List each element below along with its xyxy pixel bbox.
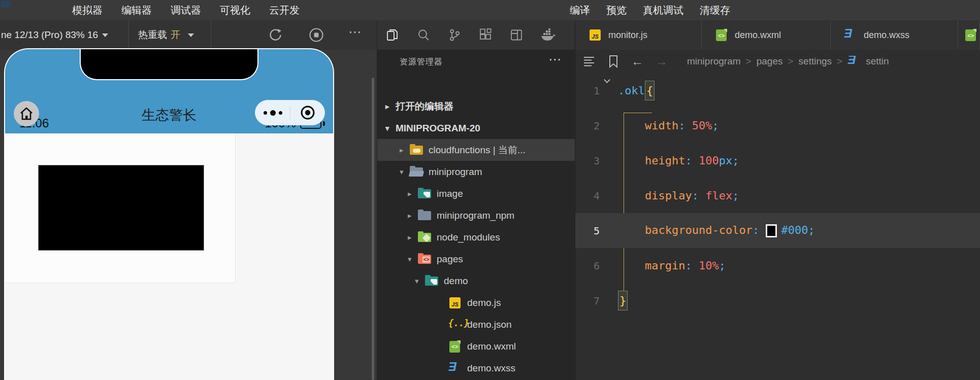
menu-cloud-dev[interactable]: 云开发	[269, 4, 300, 17]
explorer-header: 资源管理器 ⋯	[377, 50, 575, 74]
folder-cloud-icon	[410, 145, 423, 156]
menu-compile[interactable]: 编译	[570, 4, 590, 17]
code-line-1[interactable]: 1.okl{	[575, 73, 980, 108]
files-icon[interactable]	[385, 28, 400, 42]
tree-item-cloudfunctions-...[interactable]: ▸cloudfunctions | 当前...	[377, 139, 575, 161]
tree-item-node_modules[interactable]: ▸node_modules	[377, 226, 575, 248]
tree-item-label: cloudfunctions | 当前...	[429, 144, 526, 157]
token-pun: :	[692, 189, 699, 202]
hot-reload-state: 开	[171, 28, 180, 42]
menu-debugger[interactable]: 调试器	[171, 4, 201, 17]
tree-item-miniprogram-20[interactable]: ▾MINIPROGRAM-20	[377, 117, 575, 139]
menu-right-group: 编译 预览 真机调试 清缓存	[570, 0, 730, 20]
token-pun: :	[753, 224, 759, 236]
hot-reload-toggle[interactable]: 热重载 开	[138, 20, 194, 50]
bookmark-icon[interactable]	[608, 55, 619, 68]
token-num: 100	[699, 154, 719, 167]
tree-item-demo[interactable]: ▾demo	[377, 270, 575, 292]
chevron-down-icon: ▾	[400, 167, 410, 177]
code-line-5[interactable]: 5 background-color: #000;	[575, 213, 980, 248]
tab-monitor.js[interactable]: JSmonitor.js	[575, 20, 702, 50]
token-num: 50%	[692, 119, 712, 132]
tree-item-label: demo.wxml	[467, 341, 516, 352]
tree-item-demo.js[interactable]: JSdemo.js	[377, 292, 575, 314]
source-control-icon[interactable]	[447, 28, 462, 42]
tab-partial[interactable]: <>	[958, 20, 980, 50]
fold-chevron-icon[interactable]	[604, 77, 610, 83]
tree-item-pages[interactable]: ▾<>pages	[377, 248, 575, 270]
breadcrumb: miniprogram>pages>settings>Ǝsettin	[687, 56, 889, 67]
tree-item-image[interactable]: ▸image	[377, 183, 575, 204]
explorer-more-icon[interactable]: ⋯	[548, 52, 563, 67]
line-number: 1	[575, 85, 600, 97]
tree-item-demo.wxml[interactable]: <>demo.wxml	[377, 335, 575, 357]
token-pun: ;	[732, 189, 739, 202]
token-ws	[759, 224, 766, 236]
line-number: 4	[575, 190, 600, 202]
wxss-file-icon: Ǝ	[847, 56, 861, 67]
tab-label: demo.wxml	[735, 30, 781, 41]
menu-visualize[interactable]: 可视化	[220, 4, 250, 17]
close-minimize-button[interactable]	[290, 105, 324, 121]
line-number: 6	[575, 260, 600, 272]
code-line-2[interactable]: 2 width: 50%;	[575, 108, 980, 143]
breadcrumb-item[interactable]: pages	[757, 56, 783, 67]
js-badge-icon: JS	[589, 29, 602, 41]
wxss-file-icon: Ǝ	[844, 29, 858, 41]
token-ws	[618, 189, 645, 202]
code-line-6[interactable]: 6 margin: 10%;	[575, 248, 980, 283]
navigate-back-icon[interactable]: ←	[631, 55, 643, 67]
tab-demo.wxml[interactable]: <>demo.wxml	[702, 20, 831, 50]
breadcrumb-file[interactable]: settin	[866, 56, 889, 67]
tree-item-miniprogram_npm[interactable]: ▸miniprogram_npm	[377, 204, 575, 226]
token-ws	[685, 119, 692, 132]
scrollbar[interactable]	[372, 78, 374, 380]
token-pun: :	[685, 259, 692, 272]
device-selector[interactable]: ne 12/13 (Pro) 83% 16	[0, 20, 108, 50]
code-line-4[interactable]: 4 display: flex;	[575, 178, 980, 213]
token-prop: margin	[645, 259, 685, 272]
tab-demo.wxss[interactable]: Ǝdemo.wxss	[831, 20, 958, 50]
more-options-icon[interactable]: ⋯	[348, 24, 363, 40]
code-editor[interactable]: 1.okl{2 width: 50%;3 height: 100px;4 dis…	[575, 73, 980, 380]
token-pun: :	[685, 154, 692, 167]
code-text: height: 100px;	[618, 154, 739, 167]
code-line-3[interactable]: 3 height: 100px;	[575, 143, 980, 178]
menu-simulator[interactable]: 模拟器	[72, 4, 103, 17]
navigate-forward-icon[interactable]: →	[656, 55, 668, 67]
extensions-icon[interactable]	[478, 28, 493, 42]
line-number: 2	[575, 120, 600, 132]
breadcrumb-item[interactable]: settings	[799, 56, 832, 67]
tree-item-label: node_modules	[437, 232, 500, 243]
menu-remote-debug[interactable]: 真机调试	[643, 4, 683, 17]
tree-item-miniprogram[interactable]: ▾miniprogram	[377, 161, 575, 183]
search-icon[interactable]	[416, 28, 431, 42]
color-swatch[interactable]	[766, 224, 777, 237]
tree-item--[interactable]: ▸打开的编辑器	[377, 95, 575, 117]
menu-preview[interactable]: 预览	[606, 4, 627, 17]
phone-notch	[80, 48, 258, 80]
refresh-icon[interactable]	[268, 27, 283, 43]
folder-image-icon	[418, 188, 432, 199]
token-ws	[699, 189, 705, 202]
more-menu-button[interactable]	[255, 110, 290, 116]
json-braces-icon: {..}	[448, 319, 462, 330]
menu-editor[interactable]: 编辑器	[121, 4, 152, 17]
folder-node-icon	[418, 232, 432, 243]
menu-clear-cache[interactable]: 清缓存	[700, 4, 730, 17]
wechat-devtools-window: 模拟器 编辑器 调试器 可视化 云开发 编译 预览 真机调试 清缓存 ne 12…	[0, 0, 980, 380]
simulator-toolbar: ne 12/13 (Pro) 83% 16 热重载 开 ⋯	[0, 20, 377, 50]
token-prop: width	[645, 119, 678, 132]
tree-item-demo.json[interactable]: {..}demo.json	[377, 314, 575, 335]
capsule-menu	[255, 100, 325, 125]
token-prop: background-color	[645, 224, 753, 236]
breadcrumb-separator: >	[837, 56, 842, 67]
docker-icon[interactable]	[540, 28, 556, 42]
code-line-7[interactable]: 7}	[575, 283, 980, 318]
code-text: width: 50%;	[618, 119, 719, 132]
stop-icon[interactable]	[309, 27, 324, 43]
outline-icon[interactable]	[582, 55, 596, 68]
editor-layout-icon[interactable]	[509, 28, 524, 42]
tree-item-demo.wxss[interactable]: Ǝdemo.wxss	[377, 357, 575, 379]
breadcrumb-item[interactable]: miniprogram	[687, 56, 741, 67]
